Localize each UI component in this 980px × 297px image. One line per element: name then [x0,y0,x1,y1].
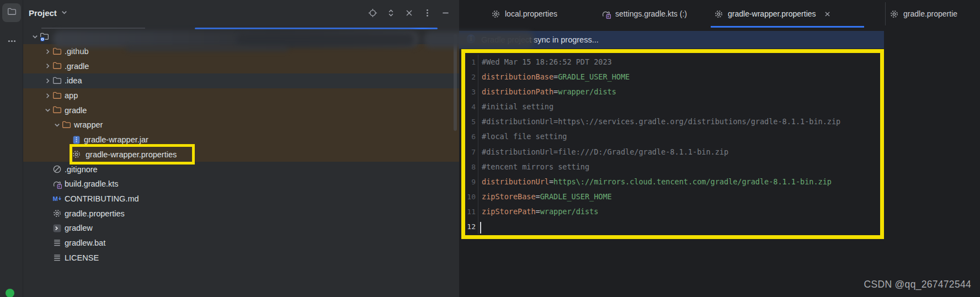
tree-row-gradle[interactable]: gradle [23,103,459,118]
line-number: 2 [459,70,476,84]
chevron-down-icon[interactable] [30,32,40,41]
tree-row-gradlew[interactable]: gradlew [23,221,459,236]
tree-row-.gitignore[interactable]: .gitignore [23,162,459,177]
close-icon[interactable] [823,9,832,19]
tree-row-gradle-wrapper.jar[interactable]: gradle-wrapper.jar [23,132,459,147]
chevron-down-icon[interactable] [43,105,52,115]
textfile-icon [52,238,65,247]
tree-row-label: LICENSE [65,253,99,262]
code-line: 11zipStorePath=wrapper/dists [459,204,980,219]
code-token-value: GRADLE_USER_HOME [540,192,612,201]
more-icon[interactable] [422,8,432,18]
tree-row-wrapper[interactable]: wrapper [23,118,459,132]
code-line-text: #tencent mirrors setting [478,160,589,174]
tree-row-label: .github [65,47,89,56]
line-number: 11 [459,204,476,219]
editor-tab-settings.gradle.kts-[interactable]: Ksettings.gradle.kts (:) [598,0,713,28]
project-tool-window-button[interactable] [2,3,21,22]
code-token-value: wrapper/dists [540,207,599,216]
tree-row-label: CONTRIBUTING.md [65,194,139,203]
code-token-eq: = [553,87,558,96]
activity-bar [0,0,23,297]
chevron-right-icon[interactable] [43,61,52,71]
code-editor[interactable]: 1#Wed Mar 15 18:26:52 PDT 20232distribut… [459,49,980,297]
editor-tab-gradle.propertie[interactable]: gradle.propertie [886,0,980,28]
tree-row-CONTRIBUTING.md[interactable]: MCONTRIBUTING.md [23,192,459,206]
editor-tab-local.properties[interactable]: local.properties [488,0,595,28]
tree-row-gradle-wrapper.properties[interactable]: gradle-wrapper.properties [23,147,459,162]
code-line-text: distributionUrl=https\://mirrors.cloud.t… [478,174,832,189]
chevron-right-icon[interactable] [43,76,52,86]
code-token-eq: = [536,192,540,201]
more-tool-windows-icon[interactable] [0,35,23,46]
tree-row-gradle.properties[interactable]: gradle.properties [23,206,459,221]
code-line: 3distributionPath=wrapper/dists [459,84,980,99]
project-tree: .github.gradle.ideaappgradlewrappergradl… [23,29,459,265]
editor-pane: local.propertiesKsettings.gradle.kts (:)… [459,0,980,297]
code-token-comment: #initial setting [482,102,553,111]
editor-tab-bar: local.propertiesKsettings.gradle.kts (:)… [459,0,980,28]
gear-icon [72,150,84,159]
tree-row-.gradle[interactable]: .gradle [23,59,459,73]
code-line: 6#local file setting [459,129,980,144]
redacted-project-name [237,34,414,46]
tree-row-label: gradle-wrapper.properties [84,150,177,159]
project-view-dropdown[interactable]: Project [29,8,69,19]
hide-icon[interactable] [440,8,450,18]
editor-tab-gradle-wrapper.properties[interactable]: gradle-wrapper.properties [711,0,864,28]
terminal-icon [52,224,65,233]
tree-row-app[interactable]: app [23,88,459,103]
folder-icon [52,47,65,56]
code-line: 12 [459,219,980,234]
line-number: 3 [459,84,476,99]
tree-scrollbar[interactable] [454,34,457,131]
line-number: 7 [459,145,476,160]
active-tab-underline [711,26,864,28]
line-number: 5 [459,114,476,129]
chevron-down-icon[interactable] [52,120,62,130]
tree-row-build.gradle.kts[interactable]: Kbuild.gradle.kts [23,177,459,192]
line-number: 4 [459,99,476,114]
code-line: 4#initial setting [459,99,980,114]
code-line: 7#distributionUrl=file:///D:/Gradle/grad… [459,145,980,160]
folder-icon [7,7,17,19]
line-number: 1 [459,55,476,70]
folder-icon [62,120,74,130]
project-folder-icon [40,32,52,41]
tree-row-label: build.gradle.kts [65,179,119,188]
code-line-text: #Wed Mar 15 18:26:52 PDT 2023 [478,55,612,70]
watermark: CSDN @qq_267472544 [864,279,971,290]
locate-icon[interactable] [368,8,377,18]
tab-label: settings.gradle.kts (:) [615,9,687,18]
code-line: 9distributionUrl=https\://mirrors.cloud.… [459,174,980,189]
tree-row-label: gradlew [65,224,93,232]
code-token-key: zipStoreBase [482,192,536,201]
jar-icon [72,135,84,145]
tree-row-gradlew.bat[interactable]: gradlew.bat [23,236,459,251]
code-token-eq: = [553,72,558,81]
code-line-text: #initial setting [478,99,553,114]
line-number: 9 [459,174,476,189]
redacted-blob [126,46,289,51]
panel-title-label: Project [29,8,57,18]
code-line-text: #distributionUrl=https\://services.gradl… [478,114,840,129]
line-number: 8 [459,160,476,174]
tree-row-label: .gradle [65,62,89,71]
editor-split-divider[interactable] [885,2,886,25]
chevron-right-icon[interactable] [43,91,52,100]
expand-icon[interactable] [386,8,396,18]
tab-label: gradle.propertie [903,9,957,18]
tab-label: local.properties [505,9,557,18]
code-line: 8#tencent mirrors setting [459,160,980,174]
svg-text:K: K [608,14,610,18]
tree-row-.idea[interactable]: .idea [23,73,459,88]
code-token-value: GRADLE_USER_HOME [558,72,630,81]
collapse-icon[interactable] [404,8,414,18]
chevron-right-icon[interactable] [43,47,52,56]
code-line-text: #distributionUrl=file:///D:/Gradle/gradl… [478,145,728,160]
code-line-text: zipStorePath=wrapper/dists [478,204,598,219]
tree-row-LICENSE[interactable]: LICENSE [23,250,459,265]
textfile-icon [52,253,65,262]
code-line: 5#distributionUrl=https\://services.grad… [459,114,980,129]
code-line-text: distributionBase=GRADLE_USER_HOME [478,70,630,84]
